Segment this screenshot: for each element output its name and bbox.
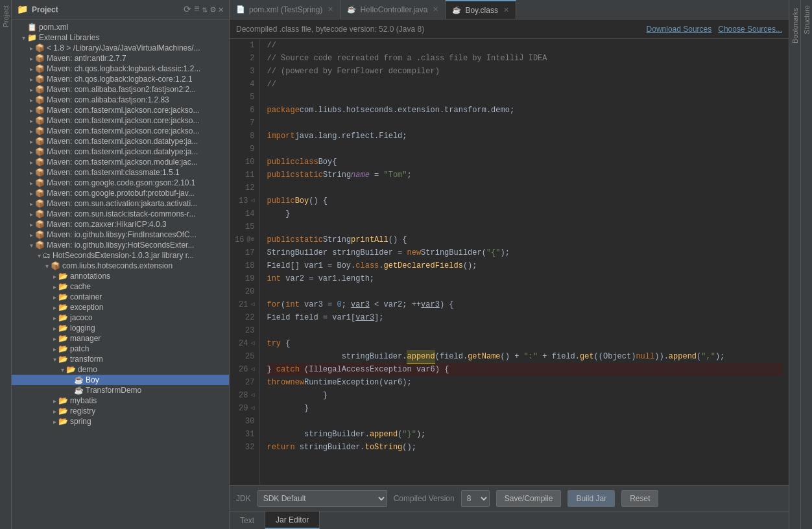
code-line-6[interactable]: package com.liubs.hotseconds.extension.t… [267, 104, 782, 117]
sidebar-item-demo[interactable]: ▾📂demo [12, 364, 229, 375]
sidebar-item-jakarta[interactable]: ▸📦Maven: com.sun.activation:jakarta.acti… [12, 198, 229, 209]
settings-icon[interactable]: ⚙ [210, 4, 215, 15]
sidebar-item-transform-demo[interactable]: ☕TransformDemo [12, 385, 229, 395]
code-line-10[interactable]: public class Boy { [267, 156, 782, 169]
sdk-select[interactable]: SDK Default [257, 490, 387, 507]
project-vert-label[interactable]: Project [1, 0, 11, 32]
sidebar-item-transform[interactable]: ▾📂transform [12, 354, 229, 364]
code-line-27[interactable]: throw new RuntimeException(var6); [267, 376, 782, 389]
code-line-18[interactable]: Field[] var1 = Boy.class.getDeclaredFiel… [267, 259, 782, 272]
code-line-5[interactable] [267, 91, 782, 104]
collapse-icon[interactable]: ≡ [194, 4, 199, 15]
code-line-2[interactable]: // Source code recreated from a .class f… [267, 52, 782, 65]
code-line-19[interactable]: int var2 = var1.length; [267, 272, 782, 285]
code-line-24[interactable]: try { [267, 337, 782, 350]
sidebar-item-cache[interactable]: ▸📂cache [12, 281, 229, 292]
sidebar-item-jackson-datatype2[interactable]: ▸📦Maven: com.fasterxml.jackson.datatype:… [12, 147, 229, 157]
code-line-4[interactable]: // [267, 78, 782, 91]
sidebar-item-exception[interactable]: ▸📂exception [12, 302, 229, 312]
tab-close[interactable]: ✕ [328, 5, 333, 14]
sidebar-item-mybatis[interactable]: ▸📂mybatis [12, 395, 229, 406]
bottom-tab-text[interactable]: Text [230, 511, 265, 529]
code-line-17[interactable]: StringBuilder stringBuilder = new String… [267, 246, 782, 259]
choose-sources-link[interactable]: Choose Sources... [718, 25, 782, 34]
sidebar-item-fastjson2[interactable]: ▸📦Maven: com.alibaba.fastjson2:fastjson2… [12, 84, 229, 95]
build-jar-button[interactable]: Build Jar [567, 490, 615, 507]
sidebar-item-jacoco[interactable]: ▸📂jacoco [12, 312, 229, 323]
sidebar-item-manager[interactable]: ▸📂manager [12, 333, 229, 344]
code-line-23[interactable] [267, 324, 782, 337]
code-line-14[interactable]: } [267, 207, 782, 220]
sidebar-item-jackson-module[interactable]: ▸📦Maven: com.fasterxml.jackson.module:ja… [12, 157, 229, 167]
code-line-16[interactable]: public static String printAll() { [267, 233, 782, 246]
code-line-8[interactable]: import java.lang.reflect.Field; [267, 130, 782, 143]
download-sources-link[interactable]: Download Sources [647, 25, 712, 34]
sidebar-item-hotseconds-ext[interactable]: ▾📦Maven: io.github.libsyy:HotSecondsExte… [12, 240, 229, 250]
code-line-25[interactable]: stringBuilder.append(field.getName() + "… [267, 350, 782, 363]
code-line-13[interactable]: public Boy() { [267, 194, 782, 207]
code-editor[interactable]: 12345678910111213 ◁141516 @⊕1718192021 ◁… [230, 39, 789, 485]
sidebar-item-hikari[interactable]: ▸📦Maven: com.zaxxer:HikariCP:4.0.3 [12, 219, 229, 229]
code-line-1[interactable]: // [267, 39, 782, 52]
code-line-9[interactable] [267, 143, 782, 156]
line-number-2: 2 [235, 52, 254, 65]
sidebar-item-logback-classic[interactable]: ▸📦Maven: ch.qos.logback:logback-classic:… [12, 64, 229, 74]
code-line-7[interactable] [267, 117, 782, 130]
sidebar-item-pom-xml[interactable]: 📋pom.xml [12, 22, 229, 32]
sidebar-item-jackson-core2[interactable]: ▸📦Maven: com.fasterxml.jackson.core:jack… [12, 115, 229, 126]
sidebar-item-protobuf[interactable]: ▸📦Maven: com.google.protobuf:protobuf-ja… [12, 188, 229, 198]
code-line-28[interactable]: } [267, 389, 782, 402]
sidebar-item-logback-core[interactable]: ▸📦Maven: ch.qos.logback:logback-core:1.2… [12, 74, 229, 84]
sidebar-item-boy-class[interactable]: ☕Boy [12, 375, 229, 385]
code-line-26[interactable]: } catch (IllegalAccessException var6) { [267, 363, 782, 376]
code-content[interactable]: //// Source code recreated from a .class… [260, 39, 789, 485]
code-line-22[interactable]: Field field = var1[var3]; [267, 311, 782, 324]
reset-button[interactable]: Reset [621, 490, 658, 507]
code-line-30[interactable] [267, 415, 782, 428]
sidebar-item-jackson-core3[interactable]: ▸📦Maven: com.fasterxml.jackson.core:jack… [12, 126, 229, 136]
sidebar-item-hotseconds-jar[interactable]: ▾🗂HotSecondsExtension-1.0.3.jar library … [12, 250, 229, 261]
sidebar-item-com-liubs[interactable]: ▾📦com.liubs.hotseconds.extension [12, 261, 229, 271]
sidebar-item-classmate[interactable]: ▸📦Maven: com.fasterxml:classmate:1.5.1 [12, 167, 229, 178]
line-number-22: 22 [235, 311, 254, 324]
sidebar-item-antlr[interactable]: ▸📦Maven: antlr:antlr:2.7.7 [12, 53, 229, 64]
bookmarks-label[interactable]: Bookmarks [790, 3, 800, 49]
sidebar-item-fastjson[interactable]: ▸📦Maven: com.alibaba:fastjson:1.2.83 [12, 95, 229, 105]
editor-tab-boy[interactable]: ☕Boy.class✕ [446, 0, 516, 19]
sidebar-item-spring[interactable]: ▸📂spring [12, 416, 229, 427]
code-line-12[interactable] [267, 182, 782, 194]
sidebar-item-ext-libs[interactable]: ▾📁External Libraries [12, 32, 229, 43]
structure-label[interactable]: Structure [802, 0, 812, 40]
sidebar-item-istack[interactable]: ▸📦Maven: com.sun.istack:istack-commons-r… [12, 209, 229, 219]
sidebar-item-registry[interactable]: ▸📂registry [12, 406, 229, 416]
sidebar-item-jdk18[interactable]: ▸📦< 1.8 > /Library/Java/JavaVirtualMachi… [12, 43, 229, 53]
code-line-32[interactable]: return stringBuilder.toString(); [267, 441, 782, 454]
code-line-11[interactable]: public static String name = "Tom"; [267, 169, 782, 182]
code-line-20[interactable] [267, 285, 782, 298]
sidebar-item-patch[interactable]: ▸📂patch [12, 344, 229, 354]
sidebar-item-gson[interactable]: ▸📦Maven: com.google.code.gson:gson:2.10.… [12, 178, 229, 188]
expand-icon[interactable]: ⇅ [202, 4, 208, 15]
sidebar-item-libsyy[interactable]: ▸📦Maven: io.github.libsyy:FindInstancesO… [12, 229, 229, 240]
sidebar-item-jackson-datatype[interactable]: ▸📦Maven: com.fasterxml.jackson.datatype:… [12, 136, 229, 147]
arrow-icon: ▸ [27, 148, 35, 156]
bottom-tab-jar-editor[interactable]: Jar Editor [265, 511, 320, 529]
save-compile-button[interactable]: Save/Compile [496, 490, 562, 507]
sidebar-item-jackson-core[interactable]: ▸📦Maven: com.fasterxml.jackson.core:jack… [12, 105, 229, 115]
code-line-29[interactable]: } [267, 402, 782, 415]
sidebar-item-annotations[interactable]: ▸📂annotations [12, 271, 229, 281]
editor-tab-pom[interactable]: 📄pom.xml (TestSpring)✕ [230, 0, 340, 19]
sidebar-item-label: container [70, 292, 229, 301]
editor-tab-hello[interactable]: ☕HelloController.java✕ [340, 0, 446, 19]
sidebar-item-container[interactable]: ▸📂container [12, 292, 229, 302]
tab-close[interactable]: ✕ [433, 5, 438, 14]
code-line-21[interactable]: for(int var3 = 0; var3 < var2; ++var3) { [267, 298, 782, 311]
sync-icon[interactable]: ⟳ [184, 4, 191, 15]
sidebar-item-logging[interactable]: ▸📂logging [12, 323, 229, 333]
code-line-31[interactable]: stringBuilder.append("}"); [267, 428, 782, 441]
compiled-version-select[interactable]: 8 11 17 [461, 490, 490, 507]
code-line-15[interactable] [267, 220, 782, 233]
tab-close[interactable]: ✕ [503, 6, 509, 14]
code-line-3[interactable]: // (powered by FernFlower decompiler) [267, 65, 782, 78]
close-icon[interactable]: ✕ [219, 4, 224, 15]
